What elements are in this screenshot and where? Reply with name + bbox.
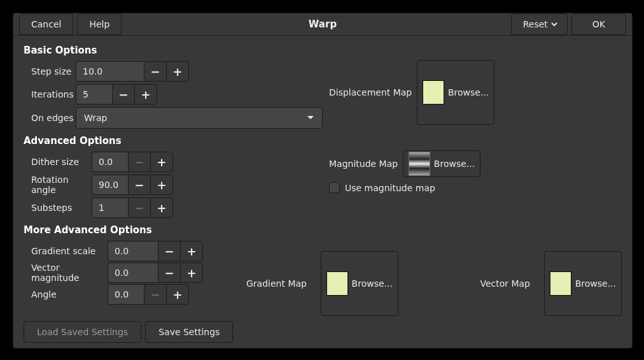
- reset-label: Reset: [523, 19, 548, 29]
- angle-label: Angle: [31, 289, 108, 299]
- angle-input[interactable]: 0.0: [108, 284, 144, 305]
- angle-stepper: 0.0 − +: [108, 284, 189, 305]
- use-magnitude-checkbox[interactable]: [329, 182, 340, 193]
- vector-map-button[interactable]: Browse...: [544, 251, 622, 316]
- substeps-decrement[interactable]: −: [128, 198, 150, 218]
- vector-map-label: Vector Map: [480, 278, 530, 289]
- dither-size-input[interactable]: 0.0: [92, 152, 128, 172]
- displacement-map-button[interactable]: Browse...: [417, 60, 494, 125]
- vector-magnitude-input[interactable]: 0.0: [108, 263, 158, 283]
- save-settings-button[interactable]: Save Settings: [145, 321, 233, 343]
- iterations-input[interactable]: 5: [76, 84, 112, 104]
- step-size-label: Step size: [31, 66, 76, 76]
- gradient-scale-decrement[interactable]: −: [158, 241, 180, 261]
- substeps-increment[interactable]: +: [150, 198, 173, 218]
- substeps-input[interactable]: 1: [92, 198, 128, 218]
- dialog-content: Basic Options Step size 10.0 − + Iterati…: [13, 36, 632, 352]
- vector-magnitude-decrement[interactable]: −: [158, 263, 180, 283]
- angle-decrement[interactable]: −: [144, 284, 166, 305]
- gradient-scale-stepper: 0.0 − +: [108, 241, 203, 261]
- iterations-stepper: 5 − +: [76, 84, 157, 104]
- rotation-angle-stepper: 90.0 − +: [92, 175, 173, 195]
- substeps-stepper: 1 − +: [92, 198, 173, 218]
- dither-size-label: Dither size: [31, 157, 92, 167]
- vector-map-preview: [550, 271, 571, 296]
- iterations-decrement[interactable]: −: [112, 84, 134, 104]
- cancel-button[interactable]: Cancel: [19, 13, 73, 35]
- section-more-title: More Advanced Options: [24, 224, 622, 236]
- angle-increment[interactable]: +: [166, 284, 189, 305]
- displacement-map-browse-label: Browse...: [448, 87, 489, 97]
- section-advanced-title: Advanced Options: [24, 135, 622, 147]
- on-edges-select[interactable]: Wrap: [76, 107, 323, 129]
- gradient-scale-input[interactable]: 0.0: [108, 241, 158, 261]
- on-edges-label: On edges: [31, 113, 76, 123]
- section-more: Gradient scale 0.0 − + Vector magnitude …: [24, 240, 622, 316]
- magnitude-map-label: Magnitude Map: [329, 159, 398, 169]
- step-size-decrement[interactable]: −: [144, 61, 166, 82]
- rotation-angle-label: Rotation angle: [31, 175, 92, 195]
- dropdown-icon: [307, 115, 314, 120]
- gradient-map-button[interactable]: Browse...: [321, 251, 398, 316]
- iterations-label: Iterations: [31, 89, 76, 99]
- vector-magnitude-label: Vector magnitude: [31, 263, 108, 283]
- gradient-scale-label: Gradient scale: [31, 246, 108, 256]
- titlebar: Cancel Help Warp Reset OK: [13, 13, 632, 36]
- dither-size-stepper: 0.0 − +: [92, 152, 173, 172]
- magnitude-map-preview: [409, 152, 430, 176]
- gradient-map-browse-label: Browse...: [352, 278, 393, 289]
- on-edges-value: Wrap: [84, 113, 107, 123]
- displacement-map-preview: [423, 80, 444, 104]
- dither-size-increment[interactable]: +: [150, 152, 173, 172]
- iterations-increment[interactable]: +: [134, 84, 157, 104]
- gradient-scale-increment[interactable]: +: [180, 241, 203, 261]
- settings-footer: Load Saved Settings Save Settings: [24, 321, 622, 343]
- magnitude-map-browse-label: Browse...: [434, 159, 475, 169]
- vector-magnitude-stepper: 0.0 − +: [108, 263, 203, 283]
- section-basic: Step size 10.0 − + Iterations 5 − +: [24, 60, 622, 130]
- dither-size-decrement[interactable]: −: [128, 152, 150, 172]
- substeps-label: Substeps: [31, 203, 92, 213]
- vector-magnitude-increment[interactable]: +: [180, 263, 203, 283]
- step-size-stepper: 10.0 − +: [76, 61, 189, 82]
- section-basic-title: Basic Options: [24, 45, 622, 56]
- use-magnitude-label: Use magnitude map: [345, 183, 435, 193]
- rotation-angle-increment[interactable]: +: [150, 175, 173, 195]
- gradient-map-preview: [326, 271, 348, 296]
- vector-map-browse-label: Browse...: [575, 278, 616, 289]
- step-size-input[interactable]: 10.0: [76, 61, 144, 82]
- dialog-window: Cancel Help Warp Reset OK Basic Options …: [13, 13, 633, 349]
- reset-button[interactable]: Reset: [511, 13, 568, 35]
- load-saved-settings-button[interactable]: Load Saved Settings: [24, 321, 141, 343]
- section-advanced: Dither size 0.0 − + Rotation angle 90.0 …: [24, 150, 622, 219]
- step-size-increment[interactable]: +: [166, 61, 189, 82]
- gradient-map-label: Gradient Map: [246, 278, 307, 289]
- rotation-angle-input[interactable]: 90.0: [92, 175, 128, 195]
- displacement-map-label: Displacement Map: [329, 87, 412, 97]
- chevron-down-icon: [550, 20, 558, 28]
- magnitude-map-button[interactable]: Browse...: [403, 150, 480, 177]
- ok-button[interactable]: OK: [571, 13, 626, 35]
- help-button[interactable]: Help: [77, 13, 122, 35]
- rotation-angle-decrement[interactable]: −: [128, 175, 150, 195]
